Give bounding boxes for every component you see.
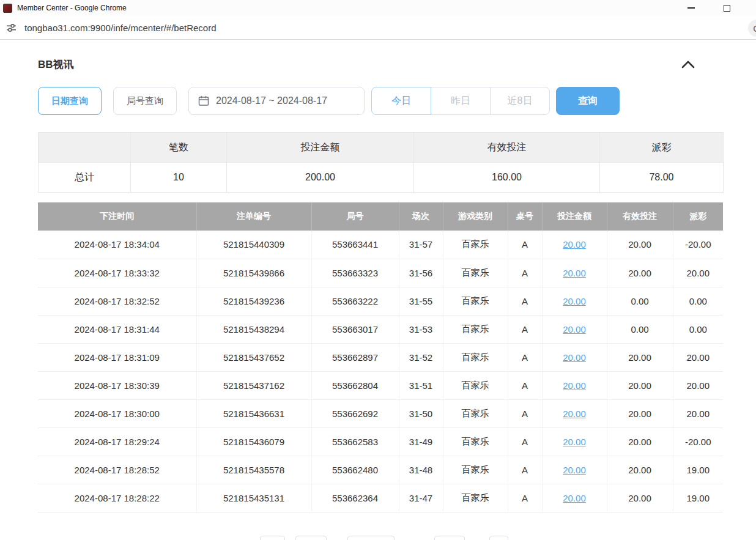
cell-session: 31-49: [399, 427, 443, 456]
cell-time: 2024-08-17 18:30:00: [38, 399, 196, 427]
cell-round_no: 553663441: [311, 231, 399, 259]
cell-bet_no: 521815436079: [196, 427, 311, 456]
round-query-tab[interactable]: 局号查询: [113, 87, 177, 115]
summary-count: 10: [131, 163, 227, 193]
bet-amount-link[interactable]: 20.00: [563, 324, 586, 335]
cell-payout: 20.00: [673, 399, 723, 427]
date-range-value: 2024-08-17 ~ 2024-08-17: [216, 95, 327, 106]
cell-session: 31-52: [399, 343, 443, 371]
bet-amount-link[interactable]: 20.00: [563, 409, 586, 419]
cell-payout: -20.00: [673, 427, 723, 456]
cell-time: 2024-08-17 18:30:39: [38, 371, 196, 399]
cell-time: 2024-08-17 18:34:04: [38, 231, 196, 259]
cell-valid_bet: 20.00: [607, 456, 673, 484]
search-button[interactable]: 查询: [556, 87, 620, 115]
summary-header-payout: 派彩: [600, 133, 724, 163]
cell-table_no: A: [508, 399, 542, 427]
bet-amount-link[interactable]: 20.00: [563, 352, 586, 363]
bet-amount-link[interactable]: 20.00: [563, 437, 586, 447]
cell-game: 百家乐: [443, 259, 508, 287]
bet-row: 2024-08-17 18:28:52521815435578553662480…: [38, 456, 723, 484]
cell-session: 31-48: [399, 456, 443, 484]
maximize-icon: [724, 5, 730, 12]
date-query-tab[interactable]: 日期查询: [38, 87, 102, 115]
bet-column-header: 场次: [399, 202, 443, 231]
summary-payout: 78.00: [600, 163, 724, 193]
bet-row: 2024-08-17 18:30:39521815437162553662804…: [38, 371, 723, 399]
bet-column-header: 桌号: [508, 202, 542, 231]
minimize-button[interactable]: [681, 0, 701, 16]
cell-session: 31-56: [399, 259, 443, 287]
url-text[interactable]: tongbao31.com:9900/infe/mcenter/#/betRec…: [24, 23, 217, 33]
cell-bet_amount: 20.00: [542, 371, 607, 399]
bet-row: 2024-08-17 18:32:52521815439236553663222…: [38, 287, 723, 315]
bet-amount-link[interactable]: 20.00: [563, 296, 586, 306]
cell-table_no: A: [508, 343, 542, 371]
bet-column-header: 局号: [311, 202, 399, 231]
cell-payout: 19.00: [673, 456, 723, 484]
bet-column-header: 派彩: [673, 202, 723, 231]
cell-bet_no: 521815437652: [196, 343, 311, 371]
minimize-icon: [687, 7, 695, 9]
cell-bet_no: 521815435131: [196, 484, 311, 512]
summary-valid-bet: 160.00: [414, 163, 600, 193]
bet-column-header: 有效投注: [607, 202, 673, 231]
cell-round_no: 553662897: [311, 343, 399, 371]
bet-table-body: 2024-08-17 18:34:04521815440309553663441…: [38, 231, 723, 512]
cell-game: 百家乐: [443, 315, 508, 343]
cell-game: 百家乐: [443, 456, 508, 484]
cell-round_no: 553662692: [311, 399, 399, 427]
cell-valid_bet: 20.00: [607, 371, 673, 399]
summary-total-label: 总计: [39, 163, 131, 193]
cell-round_no: 553662583: [311, 427, 399, 456]
cell-game: 百家乐: [443, 427, 508, 456]
last8days-button[interactable]: 近8日: [490, 87, 550, 115]
pagination-control[interactable]: [434, 536, 465, 540]
cell-bet_amount: 20.00: [542, 343, 607, 371]
cell-valid_bet: 20.00: [607, 427, 673, 456]
cell-bet_amount: 20.00: [542, 456, 607, 484]
bet-amount-link[interactable]: 20.00: [563, 268, 586, 278]
bet-amount-link[interactable]: 20.00: [563, 465, 586, 475]
bet-amount-link[interactable]: 20.00: [563, 239, 586, 250]
summary-header-valid-bet: 有效投注: [414, 133, 600, 163]
site-settings-icon[interactable]: [6, 23, 17, 33]
bet-row: 2024-08-17 18:31:44521815438294553663017…: [38, 315, 723, 343]
date-range-picker[interactable]: 2024-08-17 ~ 2024-08-17: [188, 87, 365, 115]
bet-column-header: 注单编号: [196, 202, 311, 231]
bet-column-header: 游戏类别: [443, 202, 508, 231]
collapse-chevron-up-icon[interactable]: [681, 61, 723, 68]
cell-bet_amount: 20.00: [542, 399, 607, 427]
cell-payout: -20.00: [673, 231, 723, 259]
cell-bet_amount: 20.00: [542, 484, 607, 512]
summary-row: 总计 10 200.00 160.00 78.00: [39, 163, 724, 193]
cell-valid_bet: 20.00: [607, 231, 673, 259]
maximize-button[interactable]: [717, 0, 736, 16]
pagination-control[interactable]: [489, 536, 508, 540]
summary-bet-amount: 200.00: [227, 163, 414, 193]
pagination-control[interactable]: [295, 536, 327, 540]
cell-table_no: A: [508, 371, 542, 399]
bet-record-page: BB视讯 日期查询 局号查询 2024-08-17 ~ 2024-08-17 今…: [38, 56, 723, 512]
bet-row: 2024-08-17 18:28:22521815435131553662364…: [38, 484, 723, 512]
cell-round_no: 553663222: [311, 287, 399, 315]
pagination-control[interactable]: [260, 536, 285, 540]
pagination-select[interactable]: [347, 536, 395, 540]
cell-valid_bet: 20.00: [607, 399, 673, 427]
cell-bet_amount: 20.00: [542, 315, 607, 343]
cell-bet_no: 521815436631: [196, 399, 311, 427]
yesterday-button[interactable]: 昨日: [431, 87, 491, 115]
cell-game: 百家乐: [443, 343, 508, 371]
today-button[interactable]: 今日: [371, 87, 431, 115]
cell-round_no: 553663323: [311, 259, 399, 287]
cell-game: 百家乐: [443, 231, 508, 259]
cell-valid_bet: 0.00: [607, 315, 673, 343]
bet-amount-link[interactable]: 20.00: [563, 493, 586, 503]
bet-amount-link[interactable]: 20.00: [563, 380, 586, 391]
profile-avatar[interactable]: G: [748, 20, 756, 37]
cell-table_no: A: [508, 484, 542, 512]
bet-column-header: 下注时间: [38, 202, 196, 231]
cell-bet_amount: 20.00: [542, 287, 607, 315]
cell-table_no: A: [508, 287, 542, 315]
bet-row: 2024-08-17 18:34:04521815440309553663441…: [38, 231, 723, 259]
